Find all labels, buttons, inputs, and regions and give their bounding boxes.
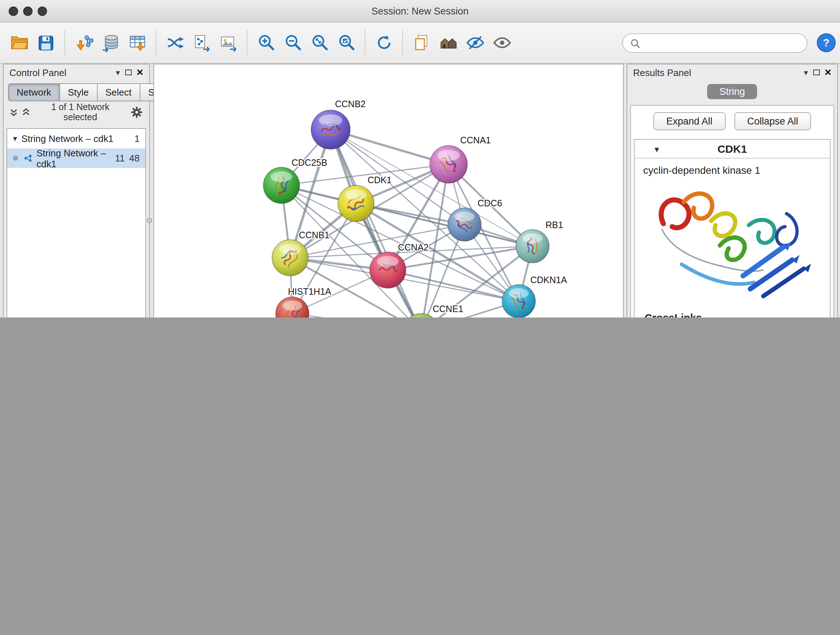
tab-select[interactable]: Select [96, 83, 140, 101]
zoom-in-icon [256, 33, 275, 52]
node-label: CDK1 [368, 175, 392, 185]
crosslinks-heading: CrossLinks [635, 308, 830, 318]
protein-section-header[interactable]: ▾ CDK1 [635, 140, 830, 158]
copy-document-icon [412, 33, 431, 52]
collapse-all-icon[interactable] [9, 108, 18, 117]
close-panel-icon[interactable]: × [824, 67, 831, 78]
node-label: CCNB2 [335, 99, 366, 109]
network-row-selected[interactable]: String Network – cdk1 11 48 [7, 149, 145, 168]
export-image-button[interactable] [215, 27, 242, 58]
database-icon [101, 33, 120, 52]
network-selection-row: 1 of 1 Network selected [4, 101, 149, 123]
main-toolbar: ? [0, 22, 840, 64]
network-view[interactable]: CCNB2CCNA1CDC25BCDK1CDC6RB1CCNB1CCNA2CDK… [153, 64, 624, 318]
tab-style[interactable]: Style [59, 83, 97, 101]
expand-all-icon[interactable] [22, 108, 30, 117]
collapse-all-button[interactable]: Collapse All [734, 112, 811, 130]
network-node-ccna1[interactable]: CCNA1 [430, 135, 491, 183]
network-edge[interactable] [388, 270, 519, 301]
protein-section: ▾ CDK1 cyclin-dependent kinase 1 [634, 139, 831, 318]
import-network-database-button[interactable] [97, 27, 124, 58]
node-label: CDC6 [477, 198, 502, 208]
title-bar: Session: New Session [0, 0, 840, 22]
vertical-splitter-handle[interactable] [147, 218, 152, 223]
eye-icon [493, 33, 511, 52]
string-network-icon [24, 153, 32, 164]
network-collection-count: 1 [134, 133, 140, 144]
hide-selected-button[interactable] [462, 27, 488, 58]
network-node-ccnb1[interactable]: CCNB1 [272, 230, 330, 276]
network-collection-row[interactable]: ▾ String Network – cdk1 1 [7, 129, 145, 149]
shuffle-arrows-icon [165, 33, 184, 52]
tree-caret-icon[interactable]: ▾ [13, 135, 17, 143]
network-edge[interactable] [292, 314, 421, 318]
node-label: HIST1H1A [288, 287, 332, 296]
node-count: 11 [115, 153, 125, 164]
show-all-button[interactable] [488, 27, 515, 58]
import-table-button[interactable] [124, 27, 150, 58]
protein-description: cyclin-dependent kinase 1 [635, 158, 830, 176]
zoom-selected-icon [337, 33, 355, 52]
node-label: CCNB1 [299, 230, 330, 240]
duplicate-network-button[interactable] [408, 27, 435, 58]
image-icon [219, 33, 238, 52]
gear-icon[interactable] [130, 106, 143, 119]
zoom-selected-button[interactable] [333, 27, 360, 58]
float-panel-icon[interactable] [125, 70, 131, 75]
network-node-cdkn1a[interactable]: CDKN1A [502, 275, 567, 318]
control-panel: Control Panel ▾ × Network Style Select S… [3, 64, 150, 318]
svg-text:?: ? [823, 36, 829, 49]
network-node-cdk1[interactable]: CDK1 [338, 175, 392, 222]
home-button[interactable] [435, 27, 462, 58]
refresh-icon [374, 33, 393, 52]
panel-menu-icon[interactable]: ▾ [116, 68, 120, 76]
node-label: CCNE1 [433, 304, 463, 314]
node-label: CCNA2 [398, 242, 429, 252]
toolbar-separator [365, 30, 365, 56]
network-node-cdc6[interactable]: CDC6 [448, 198, 502, 241]
search-box[interactable] [622, 33, 807, 53]
panel-menu-icon[interactable]: ▾ [804, 68, 808, 76]
toolbar-separator [65, 30, 65, 56]
import-network-file-button[interactable] [70, 27, 97, 58]
network-node-rb1[interactable]: RB1 [516, 220, 563, 263]
zoom-fit-button[interactable] [306, 27, 333, 58]
results-panel: Results Panel ▾ × String Expand All Coll… [627, 64, 838, 318]
network-node-ccnb2[interactable]: CCNB2 [311, 99, 366, 149]
cytoscape-window: Session: New Session [0, 0, 840, 318]
open-folder-icon [10, 33, 28, 52]
document-network-icon [192, 33, 211, 52]
window-title: Session: New Session [0, 0, 840, 22]
network-collection-label: String Network – cdk1 [21, 133, 113, 144]
save-session-button[interactable] [33, 27, 59, 58]
zoom-out-button[interactable] [279, 27, 306, 58]
control-panel-header: Control Panel ▾ × [4, 65, 149, 80]
float-panel-icon[interactable] [813, 70, 819, 75]
expand-all-button[interactable]: Expand All [653, 112, 726, 130]
results-panel-header: Results Panel ▾ × [627, 65, 837, 80]
network-graph[interactable]: CCNB2CCNA1CDC25BCDK1CDC6RB1CCNB1CCNA2CDK… [154, 65, 624, 318]
search-input[interactable] [645, 38, 799, 49]
section-caret-icon[interactable]: ▾ [655, 146, 659, 154]
results-panel-title: Results Panel [633, 67, 691, 78]
node-label: RB1 [546, 220, 563, 230]
network-node-hist1h1a[interactable]: HIST1H1A [276, 287, 332, 318]
current-network-bullet-icon [13, 156, 18, 161]
close-panel-icon[interactable]: × [136, 67, 143, 78]
export-table-button[interactable] [188, 27, 215, 58]
protein-structure-image [642, 179, 823, 308]
zoom-fit-icon [310, 33, 329, 52]
zoom-out-icon [283, 33, 302, 52]
protein-name: CDK1 [717, 143, 747, 155]
refresh-view-button[interactable] [370, 27, 397, 58]
help-button[interactable]: ? [816, 33, 836, 53]
export-network-button[interactable] [161, 27, 188, 58]
zoom-in-button[interactable] [253, 27, 279, 58]
node-label: CDKN1A [531, 275, 567, 285]
search-icon [630, 38, 640, 48]
houses-icon [439, 33, 458, 52]
string-tab[interactable]: String [707, 84, 758, 99]
tab-network[interactable]: Network [8, 83, 60, 101]
open-session-button[interactable] [6, 27, 33, 58]
save-floppy-icon [37, 34, 55, 52]
